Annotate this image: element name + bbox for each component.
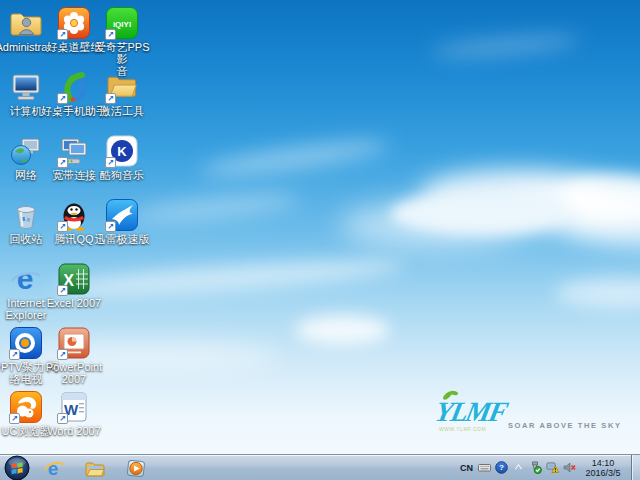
taskbar-button-windows-explorer[interactable] bbox=[83, 456, 107, 480]
desktop-icon-kugou-music[interactable]: K ↗ 酷狗音乐 bbox=[98, 134, 146, 198]
svg-text:e: e bbox=[17, 262, 34, 295]
desktop-icon-internet-explorer[interactable]: e Internet Explorer bbox=[2, 262, 50, 326]
shortcut-arrow-icon: ↗ bbox=[105, 93, 116, 104]
uc-squirrel-icon: ↗ bbox=[9, 390, 43, 424]
network-status-warning-icon[interactable] bbox=[546, 461, 559, 474]
kugou-icon: K ↗ bbox=[105, 134, 139, 168]
desktop-icon-tencent-qq[interactable]: ↗ 腾讯QQ bbox=[50, 198, 98, 262]
desktop-icon-network[interactable]: 网络 bbox=[2, 134, 50, 198]
taskbar-button-internet-explorer[interactable]: e bbox=[42, 456, 66, 480]
xunlei-bird-icon: ↗ bbox=[105, 198, 139, 232]
desktop-icon-recycle-bin[interactable]: 回收站 bbox=[2, 198, 50, 262]
shortcut-arrow-icon: ↗ bbox=[57, 285, 68, 296]
shortcut-arrow-icon: ↗ bbox=[57, 413, 68, 424]
pptv-icon: ↗ bbox=[9, 326, 43, 360]
phone-assistant-icon: ↗ bbox=[57, 70, 91, 104]
computer-icon bbox=[9, 70, 43, 104]
network-globe-icon bbox=[9, 134, 43, 168]
shortcut-arrow-icon: ↗ bbox=[57, 349, 68, 360]
desktop-icon-broadband-connection[interactable]: ↗ 宽带连接 bbox=[50, 134, 98, 198]
icon-label: 迅雷极速版 bbox=[88, 233, 156, 245]
desktop-icon-word-2007[interactable]: W ↗ Word 2007 bbox=[50, 390, 98, 454]
broadband-icon: ↗ bbox=[57, 134, 91, 168]
powerpoint-icon: ↗ bbox=[57, 326, 91, 360]
desktop-icon-computer[interactable]: 计算机 bbox=[2, 70, 50, 134]
folder-icon: ↗ bbox=[105, 70, 139, 104]
svg-text:e: e bbox=[48, 457, 59, 478]
icon-label: 酷狗音乐 bbox=[88, 169, 156, 181]
ylmf-logo-tagline: SOAR ABOVE THE SKY bbox=[508, 421, 622, 430]
shortcut-arrow-icon: ↗ bbox=[57, 29, 68, 40]
volume-muted-icon[interactable] bbox=[563, 461, 576, 474]
icon-label: 激活工具 bbox=[88, 105, 156, 117]
recycle-bin-icon bbox=[9, 198, 43, 232]
excel-icon: X ↗ bbox=[57, 262, 91, 296]
taskbar-button-media-player[interactable] bbox=[124, 456, 148, 480]
svg-text:iQIYI: iQIYI bbox=[113, 20, 131, 29]
shortcut-arrow-icon: ↗ bbox=[57, 157, 68, 168]
shortcut-arrow-icon: ↗ bbox=[105, 221, 116, 232]
svg-text:?: ? bbox=[499, 463, 504, 472]
input-language-indicator[interactable]: CN bbox=[459, 463, 474, 473]
desktop-icon-powerpoint-2007[interactable]: ↗ PowerPoint 2007 bbox=[50, 326, 98, 390]
ylmf-logo: YLMF WWW.YLMF.COM SOAR ABOVE THE SKY bbox=[436, 398, 616, 440]
clock-time: 14:10 bbox=[580, 458, 626, 468]
taskbar-clock[interactable]: 14:10 2016/3/5 bbox=[580, 458, 626, 478]
clock-date: 2016/3/5 bbox=[580, 468, 626, 478]
help-tray-icon[interactable]: ? bbox=[495, 461, 508, 474]
iqiyi-icon: iQIYI ↗ bbox=[105, 6, 139, 40]
desktop-icon-administrator[interactable]: Administra... bbox=[2, 6, 50, 70]
start-button[interactable] bbox=[4, 455, 30, 480]
desktop-icon-uc-browser[interactable]: ↗ UC浏览器 bbox=[2, 390, 50, 454]
desktop-icon-excel-2007[interactable]: X ↗ Excel 2007 bbox=[50, 262, 98, 326]
taskbar-buttons: e bbox=[42, 456, 148, 480]
shortcut-arrow-icon: ↗ bbox=[57, 221, 68, 232]
qq-penguin-icon: ↗ bbox=[57, 198, 91, 232]
shortcut-arrow-icon: ↗ bbox=[9, 349, 20, 360]
desktop-icon-haozhuo-phone-assistant[interactable]: ↗ 好桌手机助手 bbox=[50, 70, 98, 134]
user-folder-icon bbox=[9, 6, 43, 40]
shortcut-arrow-icon: ↗ bbox=[57, 93, 68, 104]
desktop-icon-xunlei[interactable]: ↗ 迅雷极速版 bbox=[98, 198, 146, 262]
word-icon: W ↗ bbox=[57, 390, 91, 424]
show-hidden-icons-chevron[interactable] bbox=[512, 461, 525, 474]
safely-remove-usb-icon[interactable] bbox=[529, 461, 542, 474]
desktop-icon-iqiyi-pps[interactable]: iQIYI ↗ 爱奇艺PPS 影 音 bbox=[98, 6, 146, 70]
internet-explorer-icon: e bbox=[9, 262, 43, 296]
svg-text:K: K bbox=[117, 144, 127, 159]
shortcut-arrow-icon: ↗ bbox=[105, 157, 116, 168]
keyboard-tray-icon[interactable] bbox=[478, 461, 491, 474]
taskbar: e bbox=[0, 454, 640, 480]
wallpaper-app-icon: ↗ bbox=[57, 6, 91, 40]
desktop-icon-grid: Administra... ↗ 好桌道壁纸 iQIYI bbox=[2, 6, 146, 454]
shortcut-arrow-icon: ↗ bbox=[105, 29, 116, 40]
system-tray: CN ? bbox=[459, 458, 628, 478]
desktop-icon-activation-tools[interactable]: ↗ 激活工具 bbox=[98, 70, 146, 134]
shortcut-arrow-icon: ↗ bbox=[9, 413, 20, 424]
show-desktop-button[interactable] bbox=[631, 455, 640, 480]
